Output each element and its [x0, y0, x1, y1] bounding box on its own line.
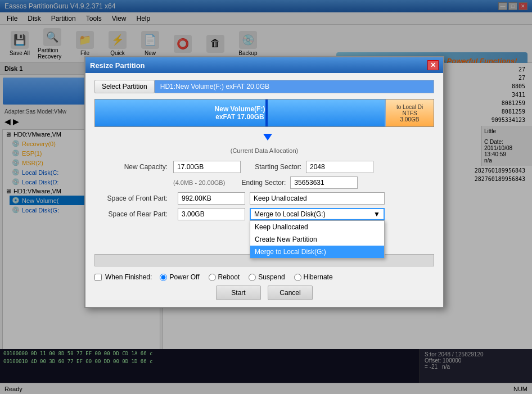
capacity-sector-row: New Capacity: Starting Sector:: [94, 161, 434, 173]
current-data-label: (Current Data Allocation): [94, 145, 434, 156]
front-part-dropdown[interactable]: Keep Unallocated: [250, 192, 385, 205]
suspend-label: Suspend: [258, 273, 285, 281]
hibernate-radio[interactable]: [294, 274, 301, 281]
partition-right-fs: NTFS: [402, 110, 417, 116]
ending-sector-label: Ending Sector:: [234, 179, 290, 187]
front-part-input[interactable]: [178, 192, 245, 205]
option-create-new-partition[interactable]: Create New Partition: [250, 233, 384, 246]
range-hint-group: (4.0MB - 20.00GB): [94, 176, 225, 189]
dialog-close-button[interactable]: ✕: [427, 60, 439, 70]
ending-sector-group: Ending Sector:: [234, 176, 358, 189]
when-finished-checkbox[interactable]: [94, 274, 102, 281]
partition-info-display: HD1:New Volume(F:) exFAT 20.0GB: [155, 80, 434, 93]
starting-sector-input[interactable]: [306, 161, 373, 173]
resize-partition-dialog: Resize Partition ✕ Select Partition HD1:…: [84, 56, 444, 308]
new-capacity-label: New Capacity:: [94, 163, 173, 171]
new-capacity-group: New Capacity:: [94, 161, 241, 173]
partition-right-label: to Local Di: [396, 104, 423, 110]
partition-visual-bar: New Volume(F:) exFAT 17.00GB to Local Di…: [94, 99, 434, 127]
rear-part-label: Space of Rear Part:: [94, 210, 173, 218]
hint-ending-row: (4.0MB - 20.00GB) Ending Sector:: [94, 176, 434, 189]
reboot-label: Reboot: [218, 273, 240, 281]
partition-right-size: 3.00GB: [400, 116, 420, 123]
power-off-radio[interactable]: [160, 274, 167, 281]
front-part-dropdown-container: Keep Unallocated: [250, 192, 385, 205]
when-finished-row: When Finished: Power Off Reboot Suspend …: [94, 273, 434, 281]
blue-triangle-icon: [263, 134, 272, 141]
suspend-option[interactable]: Suspend: [249, 273, 285, 281]
rear-dropdown-arrow-icon: ▼: [373, 210, 380, 218]
dialog-title-bar: Resize Partition ✕: [85, 57, 443, 73]
partition-resize-slider[interactable]: [265, 99, 268, 126]
when-finished-label: When Finished:: [105, 273, 152, 281]
power-off-option[interactable]: Power Off: [160, 273, 199, 281]
cancel-button[interactable]: Cancel: [268, 286, 313, 300]
hibernate-label: Hibernate: [304, 273, 333, 281]
suspend-radio[interactable]: [249, 274, 256, 281]
reboot-option[interactable]: Reboot: [209, 273, 240, 281]
range-hint-text: (4.0MB - 20.00GB): [173, 179, 225, 186]
hibernate-option[interactable]: Hibernate: [294, 273, 333, 281]
start-button[interactable]: Start: [216, 286, 261, 300]
rear-part-dropdown-display[interactable]: Merge to Local Disk(G:) ▼: [250, 208, 385, 220]
dialog-body: Select Partition HD1:New Volume(F:) exFA…: [85, 73, 443, 307]
rear-dropdown-value: Merge to Local Disk(G:): [254, 210, 326, 218]
dialog-title-text: Resize Partition: [90, 61, 145, 70]
front-part-row: Space of Front Part: Keep Unallocated: [94, 192, 434, 205]
rear-part-row: Space of Rear Part: Merge to Local Disk(…: [94, 208, 434, 220]
power-off-label: Power Off: [169, 273, 199, 281]
partition-right-block: to Local Di NTFS 3.00GB: [386, 99, 434, 126]
option-keep-unallocated[interactable]: Keep Unallocated: [250, 221, 384, 233]
dialog-action-buttons: Start Cancel: [94, 286, 434, 300]
option-merge-to-local-disk[interactable]: Merge to Local Disk(G:): [250, 246, 384, 258]
select-partition-row: Select Partition HD1:New Volume(F:) exFA…: [94, 80, 434, 93]
new-capacity-input[interactable]: [173, 161, 241, 173]
rear-part-dropdown-menu: Keep Unallocated Create New Partition Me…: [250, 220, 385, 259]
reboot-radio[interactable]: [209, 274, 216, 281]
starting-sector-label: Starting Sector:: [250, 163, 306, 171]
select-partition-button[interactable]: Select Partition: [94, 80, 155, 93]
finish-options-group: Power Off Reboot Suspend Hibernate: [160, 273, 332, 281]
rear-part-input[interactable]: [178, 208, 245, 220]
partition-main-block: New Volume(F:) exFAT 17.00GB: [95, 99, 386, 126]
starting-sector-group: Starting Sector:: [250, 161, 373, 173]
partition-main-name: New Volume(F:): [215, 105, 265, 113]
ending-sector-input[interactable]: [290, 176, 358, 189]
slider-indicator: [94, 132, 434, 143]
front-part-label: Space of Front Part:: [94, 194, 173, 202]
partition-main-fs: exFAT 17.00GB: [215, 113, 264, 121]
rear-part-dropdown-container[interactable]: Merge to Local Disk(G:) ▼ Keep Unallocat…: [250, 208, 385, 220]
